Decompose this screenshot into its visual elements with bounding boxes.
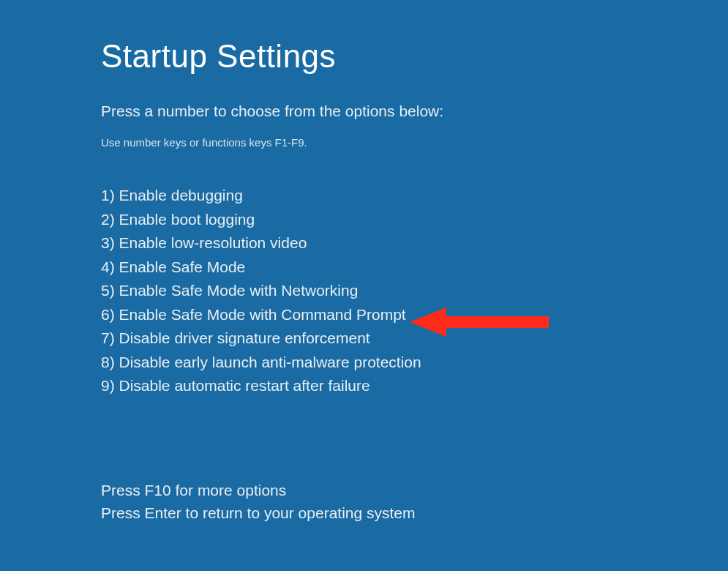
hint-text: Use number keys or functions keys F1-F9. (101, 136, 728, 149)
option-1-enable-debugging[interactable]: 1) Enable debugging (101, 184, 728, 208)
footer-line-f10: Press F10 for more options (101, 479, 728, 502)
instruction-text: Press a number to choose from the option… (101, 102, 728, 120)
footer-instructions: Press F10 for more options Press Enter t… (101, 479, 728, 525)
option-4-enable-safe-mode[interactable]: 4) Enable Safe Mode (101, 255, 728, 280)
option-7-disable-driver-signature-enforcement[interactable]: 7) Disable driver signature enforcement (101, 326, 728, 351)
options-list: 1) Enable debugging 2) Enable boot loggi… (101, 184, 728, 398)
option-3-enable-low-resolution-video[interactable]: 3) Enable low-resolution video (101, 231, 728, 255)
option-5-enable-safe-mode-networking[interactable]: 5) Enable Safe Mode with Networking (101, 279, 728, 303)
page-title: Startup Settings (101, 38, 728, 75)
option-9-disable-automatic-restart[interactable]: 9) Disable automatic restart after failu… (101, 374, 728, 398)
footer-line-enter: Press Enter to return to your operating … (101, 501, 728, 525)
option-6-enable-safe-mode-command-prompt[interactable]: 6) Enable Safe Mode with Command Prompt (101, 303, 728, 327)
startup-settings-screen: Startup Settings Press a number to choos… (0, 0, 728, 525)
option-8-disable-early-launch-anti-malware[interactable]: 8) Disable early launch anti-malware pro… (101, 351, 728, 375)
option-2-enable-boot-logging[interactable]: 2) Enable boot logging (101, 208, 728, 232)
